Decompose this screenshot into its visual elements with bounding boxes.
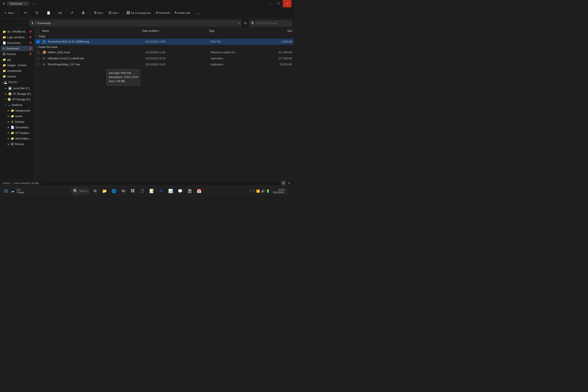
sort-icon: ⇅: [94, 11, 97, 15]
sidebar-item-sources[interactable]: 📁 sources: [1, 74, 33, 79]
address-dropdown-icon[interactable]: ▾: [238, 22, 240, 25]
col-size-header[interactable]: Size: [259, 30, 292, 32]
taskbar-edge[interactable]: 🌐: [110, 187, 118, 195]
file-type: PNG File: [210, 40, 259, 43]
file-checkbox[interactable]: [36, 51, 40, 54]
sidebar-item-documents-onedrive[interactable]: ▶ 📄 Documents: [1, 125, 33, 130]
file-checkbox[interactable]: [36, 63, 40, 66]
group-earlier[interactable]: ▾ Earlier this week: [34, 45, 294, 50]
this-pc-icon: 💻: [4, 80, 7, 84]
sidebar-item-pictures-pinned[interactable]: 🖼 Pictures 📌: [1, 51, 33, 57]
rotate-right-button[interactable]: ↻ Rotate right: [172, 10, 192, 16]
list-view-button[interactable]: ☰: [281, 181, 286, 185]
sidebar-item-06promo[interactable]: 📁 06 - PROMO M... 📌: [1, 29, 33, 34]
rotate-left-button[interactable]: ↺ Rotate left: [153, 10, 172, 16]
taskbar-media[interactable]: 🎵: [138, 187, 146, 195]
taskbar-teams[interactable]: 💬: [176, 187, 184, 195]
minimize-button[interactable]: ─: [266, 0, 274, 7]
paste-button[interactable]: 📋: [43, 10, 54, 16]
sidebar-item-images-archive[interactable]: 📁 Images - Archive: [1, 62, 33, 68]
docs-icon: 📄: [11, 126, 14, 129]
weather-info[interactable]: 9°C Cloudy: [17, 188, 24, 194]
address-path[interactable]: ⬇ > Downloads ▾: [29, 20, 242, 26]
sidebar-item-compressed[interactable]: 📁 compressed: [1, 68, 33, 74]
table-row[interactable]: ⚙ PhotoScapeSetup_V3-7.exe 22/12/2022 20…: [35, 62, 294, 68]
sidebar-item-desktop[interactable]: ▶ 🖥 Desktop: [1, 119, 33, 124]
search-taskbar[interactable]: 🔍 Search: [70, 187, 90, 195]
file-icon: ⚙: [42, 63, 47, 66]
path-separator-1: >: [34, 22, 36, 25]
grid-view-button[interactable]: ⊞: [287, 181, 292, 185]
sidebar-item-jpg[interactable]: 📁 jpg: [1, 57, 33, 62]
folder-icon: 📁: [2, 75, 6, 78]
back-button[interactable]: ←: [2, 20, 8, 26]
file-checkbox-col: [36, 63, 42, 66]
table-row[interactable]: 📦 HitFilm_2022.4.msi 22/12/2022 21:59 Wi…: [35, 50, 294, 56]
col-name-header[interactable]: Name: [42, 30, 142, 32]
search-box[interactable]: 🔍 Search Downloads: [249, 20, 292, 26]
sort-button[interactable]: ⇅ Sort ▾: [92, 10, 106, 16]
more-button[interactable]: ...: [193, 10, 204, 16]
sidebar-item-documents-pinned[interactable]: 📄 Documents 📌: [1, 40, 33, 46]
share-button[interactable]: ↗: [66, 10, 77, 16]
file-type: Windows Installer Pa...: [210, 51, 259, 54]
books-chevron: ▶: [8, 115, 10, 117]
taskbar-outlook[interactable]: ✉: [157, 187, 166, 195]
folder-icon: 📁: [2, 58, 6, 61]
close-button[interactable]: ✕: [283, 0, 292, 7]
col-type-header[interactable]: Type: [209, 30, 259, 32]
cut-button[interactable]: ✂: [20, 10, 31, 16]
new-tab-button[interactable]: +: [31, 2, 36, 6]
set-background-button[interactable]: 🖼 Set as background: [124, 10, 153, 16]
task-view-button[interactable]: ⧉: [91, 187, 99, 195]
file-checkbox[interactable]: [36, 57, 40, 60]
rotate-right-icon: ↻: [174, 11, 177, 15]
tab-downloads[interactable]: Downloads ✕: [7, 1, 29, 6]
start-button[interactable]: ⊞: [2, 187, 10, 195]
weather-widget[interactable]: ☁: [11, 189, 14, 193]
group-today[interactable]: ▾ Today: [34, 34, 294, 39]
sidebar-item-neil-dropbox[interactable]: ▶ 📁 Neil dropbox b...: [1, 136, 33, 141]
taskbar-photos[interactable]: 🖼: [128, 187, 137, 195]
delete-button[interactable]: 🗑: [78, 10, 89, 16]
dropdown-history-button[interactable]: ▾: [16, 20, 22, 26]
table-row[interactable]: ⚙ Ultimaker-Cura-5.2.1-win64.exe 22/12/2…: [35, 56, 294, 62]
sidebar-item-local-disk[interactable]: ▶ 💾 Local Disk (C:): [1, 86, 33, 91]
column-header: Name Date modified ▾ Type Size: [34, 28, 294, 34]
sidebar-item-books[interactable]: ▶ 📁 books: [1, 114, 33, 119]
copy-button[interactable]: ⎘: [32, 10, 42, 16]
header-checkbox[interactable]: [36, 30, 42, 32]
view-button[interactable]: ☰ View ▾: [106, 10, 122, 16]
this-pc-section[interactable]: ▾ 💻 This PC: [0, 79, 34, 85]
up-button[interactable]: ↑: [22, 20, 28, 26]
taskbar-excel[interactable]: 📊: [166, 187, 175, 195]
taskbar-explorer[interactable]: 📁: [100, 187, 109, 195]
forward-button[interactable]: →: [8, 20, 14, 26]
sidebar-item-dt-storage-2[interactable]: ▾ 📀 DT Storage (D:): [1, 97, 33, 102]
sidebar-item-dt-dropbox[interactable]: ▶ 📁 DT Dropbox: [1, 130, 33, 136]
show-desktop-button[interactable]: [286, 187, 292, 195]
sidebar-item-onedrive[interactable]: ▾ ☁ OneDrive: [1, 102, 33, 108]
file-icon: ⚙: [42, 57, 47, 60]
sidebar-item-downloads[interactable]: ⬇ Downloads 📌: [1, 46, 33, 51]
tab-close-button[interactable]: ✕: [24, 2, 26, 5]
sidebar-item-pictures-onedrive[interactable]: ▶ 🖼 Pictures: [1, 142, 33, 147]
taskbar-calendar[interactable]: 📅: [195, 187, 203, 195]
maximize-button[interactable]: ❐: [274, 0, 283, 7]
clock[interactable]: 20:23 25/12/2022: [272, 188, 286, 194]
sidebar-item-backgrounds[interactable]: ▶ 📁 backgrounds: [1, 108, 33, 113]
taskbar-note[interactable]: 📝: [148, 187, 156, 195]
table-row[interactable]: ✓ 🖼 Screenshot 2022-12-25 130859.png 25/…: [35, 39, 294, 45]
rename-button[interactable]: Aa: [54, 10, 66, 15]
col-date-header[interactable]: Date modified ▾: [142, 30, 209, 32]
taskbar-onenote[interactable]: 📓: [185, 187, 194, 195]
system-tray[interactable]: ^ 🛡 📶 🔊 🔋: [248, 188, 271, 194]
refresh-button[interactable]: ↻: [242, 20, 248, 26]
taskbar-store[interactable]: 🛍: [119, 187, 128, 195]
file-checkbox[interactable]: ✓: [36, 40, 40, 43]
new-button[interactable]: ＋ New ▾: [2, 10, 17, 16]
sidebar-item-dt-storage-1[interactable]: ▶ 📀 DT Storage (D:): [1, 91, 33, 96]
select-all-checkbox[interactable]: [36, 30, 39, 32]
sidebar-item-logobrand[interactable]: 📁 Logo and Bran... 📌: [1, 34, 33, 40]
file-name: Ultimaker-Cura-5.2.1-win64.exe: [48, 57, 145, 60]
